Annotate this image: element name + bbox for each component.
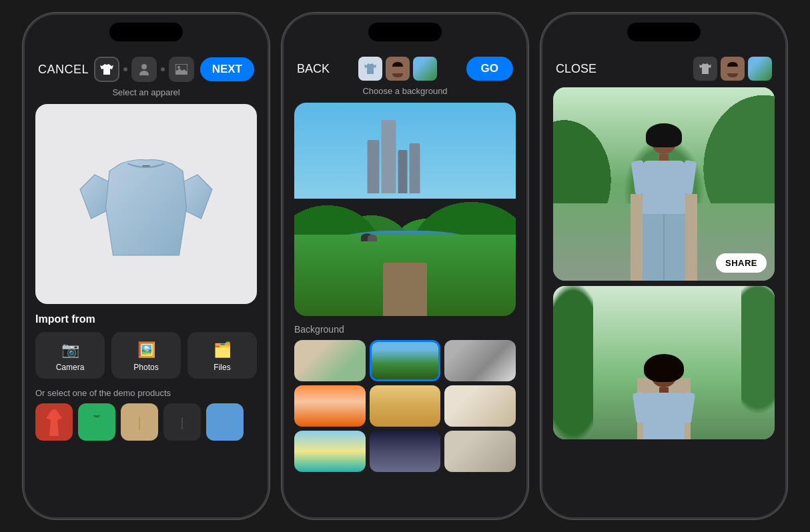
screen-3: CLOSE (542, 15, 785, 517)
bg-thumb-city-night[interactable] (370, 431, 441, 472)
phone3-step2-thumb (721, 57, 745, 81)
bg-thumb-beach[interactable] (294, 431, 366, 472)
camera-import-button[interactable]: 📷 Camera (35, 332, 105, 379)
demo-product-blue-tshirt[interactable] (206, 403, 244, 441)
dynamic-island-1 (109, 23, 183, 41)
background-section-label: Background (294, 324, 516, 335)
demo-products-row (35, 403, 257, 441)
svg-point-0 (141, 64, 147, 69)
bg-thumb-desert[interactable] (370, 385, 441, 427)
result-image-top: SHARE (553, 87, 775, 281)
cancel-button[interactable]: CANCEL (38, 63, 89, 77)
background-preview-large (294, 103, 516, 316)
phone3-step3-thumb (748, 57, 772, 81)
import-buttons-row: 📷 Camera 🖼️ Photos 🗂️ Files (35, 332, 257, 379)
bg-thumb-park[interactable] (370, 340, 441, 381)
phone3-step-thumbs (693, 57, 772, 81)
bg-thumb-room2[interactable] (444, 431, 516, 472)
demo-product-green-hoodie[interactable] (78, 403, 115, 441)
demo-product-red-dress[interactable] (35, 403, 73, 441)
phone-3: CLOSE (540, 13, 787, 519)
background-grid (294, 340, 516, 472)
step2-person-icon[interactable] (131, 57, 157, 82)
files-import-button[interactable]: 🗂️ Files (187, 332, 257, 379)
phone2-step2-thumb[interactable] (386, 57, 410, 81)
phone2-step1-thumb[interactable] (358, 57, 382, 81)
svg-point-2 (177, 66, 180, 69)
camera-icon: 📷 (61, 341, 79, 359)
photos-icon: 🖼️ (137, 341, 155, 359)
import-from-label: Import from (35, 313, 257, 325)
phone-1: CANCEL (23, 13, 270, 519)
photos-label: Photos (133, 363, 158, 372)
step3-image-icon[interactable] (169, 57, 194, 82)
demo-product-black-shorts[interactable] (163, 403, 201, 441)
camera-label: Camera (56, 363, 85, 372)
apparel-preview-area[interactable] (35, 104, 257, 304)
step-dot-2 (161, 67, 165, 71)
phone2-step3-thumb[interactable] (413, 57, 437, 81)
step-dot-1 (123, 67, 127, 71)
demo-product-tan-shorts[interactable] (121, 403, 158, 441)
close-button[interactable]: CLOSE (556, 62, 596, 76)
files-icon: 🗂️ (214, 341, 232, 359)
bg-thumb-sunset[interactable] (294, 385, 366, 427)
photos-import-button[interactable]: 🖼️ Photos (111, 332, 181, 379)
select-apparel-label: Select an apparel (35, 87, 257, 97)
go-button[interactable]: GO (466, 57, 513, 81)
phone2-header: BACK GO (294, 51, 516, 83)
phone3-header: CLOSE (553, 51, 775, 83)
phone-2: BACK GO Choose a b (282, 13, 528, 519)
back-button[interactable]: BACK (297, 62, 330, 76)
phone2-step-thumbs (358, 57, 437, 81)
phone3-step1-thumb (693, 57, 717, 81)
bg-thumb-living[interactable] (444, 385, 516, 427)
step-indicators (94, 57, 194, 82)
bg-thumb-interior[interactable] (294, 340, 366, 381)
share-button[interactable]: SHARE (716, 253, 767, 273)
screen-1: CANCEL (25, 15, 268, 517)
dynamic-island-2 (368, 23, 442, 41)
result-image-bottom (553, 286, 775, 439)
tshirt-image (73, 131, 220, 277)
choose-bg-label: Choose a background (294, 86, 516, 96)
bg-thumb-street[interactable] (444, 340, 516, 381)
dynamic-island-3 (627, 23, 701, 41)
demo-products-label: Or select one of the demo products (35, 388, 257, 398)
phone1-header: CANCEL (35, 51, 257, 85)
next-button[interactable]: NEXT (200, 57, 254, 81)
step1-shirt-icon[interactable] (94, 57, 119, 82)
files-label: Files (214, 363, 230, 372)
screen-2: BACK GO Choose a b (284, 15, 526, 517)
